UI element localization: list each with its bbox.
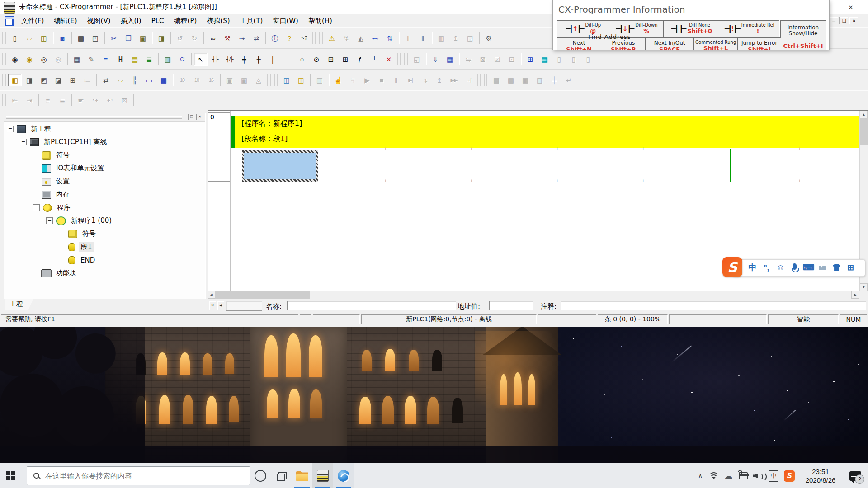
panel-restore-button[interactable]: ❐ — [188, 114, 195, 120]
partial-transfer-button[interactable]: ⊡ — [505, 53, 519, 66]
new-contact-button[interactable]: ┤├ — [208, 53, 222, 66]
tree-item[interactable]: 设置 — [4, 175, 205, 188]
scroll-down-button[interactable]: ▼ — [860, 283, 868, 291]
stop-button[interactable]: ■ — [375, 74, 388, 86]
compare-program-button[interactable]: ⇋ — [462, 53, 475, 66]
undo-button[interactable]: ↺ — [173, 32, 187, 44]
new-closed-coil-button[interactable]: ⊘ — [310, 53, 323, 66]
run-button[interactable]: ▶ — [360, 74, 374, 86]
taskbar-clock[interactable]: 23:51 2020/8/26 — [797, 463, 843, 488]
search-input[interactable] — [44, 471, 250, 481]
tree-item-label[interactable]: END — [79, 256, 97, 265]
monitor-dialog-button[interactable]: ▭ — [142, 74, 156, 86]
decimal-monitor-button[interactable]: 10 — [175, 74, 189, 86]
mdi-close-button[interactable]: ✕ — [849, 17, 858, 24]
menu-view[interactable]: 视图(V) — [82, 15, 116, 27]
section-comment-banner[interactable]: [程序名 : 新程序1] [段名称 : 段1] — [235, 116, 859, 148]
step-out-button[interactable]: ↥ — [433, 74, 446, 86]
taskbar-browser[interactable] — [333, 463, 354, 488]
toolbox-icon[interactable]: ⊞ — [844, 261, 857, 274]
menu-program[interactable]: 编程(P) — [169, 15, 202, 27]
connect-line-button[interactable]: └ — [368, 53, 381, 66]
io-comment-window-button[interactable]: ◱ — [410, 53, 424, 66]
microphone-icon[interactable] — [788, 261, 801, 274]
onedrive-cloud-icon[interactable]: ☁ — [721, 463, 736, 488]
toolbar-grip[interactable] — [267, 74, 271, 86]
grid-toggle-button[interactable]: ▦ — [70, 53, 84, 66]
window-search-button[interactable]: ◲ — [463, 32, 477, 44]
cancel-transfer-button[interactable]: ⊠ — [476, 53, 490, 66]
tree-item[interactable]: 功能块 — [4, 267, 205, 280]
open-button[interactable]: ▱ — [23, 32, 36, 44]
save-button[interactable]: ◫ — [37, 32, 51, 44]
tree-expander[interactable]: − — [33, 204, 40, 211]
or-closed-contact-button[interactable]: ╂ — [252, 53, 265, 66]
taskbar-search[interactable] — [27, 466, 250, 485]
toggle-workspace-button[interactable]: ◧ — [8, 74, 22, 86]
tree-item-label[interactable]: 程序 — [55, 203, 72, 212]
window-z-button[interactable]: ▯ — [552, 53, 566, 66]
new-closed-contact-button[interactable]: ┤/├ — [223, 53, 236, 66]
notification-center-button[interactable]: 2 — [843, 463, 868, 488]
watch-close-button[interactable]: ✕ — [209, 301, 216, 310]
paste-program-button[interactable]: ◨ — [155, 32, 168, 44]
indent-left-button[interactable]: ⇤ — [8, 94, 22, 107]
compile-button[interactable]: ⚠ — [325, 32, 339, 44]
carriage-return-button[interactable]: ↵ — [562, 74, 576, 86]
local-symbols-button[interactable]: ▱ — [113, 74, 127, 86]
hex-monitor-button[interactable]: 16 — [204, 74, 218, 86]
force-cancel-all-button[interactable]: ☒ — [118, 94, 131, 107]
selected-cell[interactable] — [242, 150, 318, 182]
volume-icon[interactable] — [750, 463, 766, 488]
toolbar-grip[interactable] — [2, 53, 6, 65]
zoom-reset-button[interactable]: ◎ — [52, 53, 65, 66]
taskbar-cx-programmer[interactable] — [312, 463, 333, 488]
monitor-clock-button[interactable]: ▣ — [237, 74, 251, 86]
panel-header[interactable]: ❐ ✕ — [4, 113, 205, 122]
context-help-button[interactable]: ↖? — [297, 32, 311, 44]
force-reset-button[interactable]: ↷ — [89, 94, 102, 107]
tree-item-label[interactable]: 符号 — [54, 150, 71, 160]
tree-item-label[interactable]: 段1 — [79, 242, 94, 252]
pause-monitor-button[interactable]: ‖ — [401, 32, 415, 44]
tree-item-label[interactable]: 新程序1 (00) — [69, 216, 113, 225]
view-breakpoints-button[interactable]: ▥ — [533, 74, 547, 86]
cut-button[interactable]: ✂ — [107, 32, 121, 44]
taskbar-file-explorer[interactable] — [292, 463, 312, 488]
address-reference-button[interactable]: ⊞ — [524, 53, 537, 66]
panel-grip[interactable] — [6, 116, 182, 119]
print-button[interactable]: ▤ — [74, 32, 88, 44]
emoji-icon[interactable]: ☺ — [774, 261, 787, 274]
vertical-line-button[interactable]: │ — [266, 53, 280, 66]
scrollbar-thumb[interactable] — [215, 291, 310, 299]
network-monitor-button[interactable]: ▥ — [313, 74, 326, 86]
tree-expander[interactable]: − — [20, 139, 27, 145]
start-button[interactable] — [0, 463, 22, 488]
redo-button[interactable]: ↻ — [188, 32, 201, 44]
toolbar-grip[interactable] — [2, 32, 6, 44]
continuous-step-button[interactable]: ▶▶ — [447, 74, 461, 86]
tree-item-label[interactable]: 符号 — [80, 229, 98, 239]
copy-button[interactable]: ❐ — [122, 32, 135, 44]
properties-button[interactable]: ≔ — [80, 74, 94, 86]
view-nested-button[interactable]: ≣ — [142, 53, 156, 66]
window-x-button[interactable]: ▯ — [567, 53, 580, 66]
new-coil-button[interactable]: ○ — [295, 53, 309, 66]
run-to-break-button[interactable]: →| — [462, 74, 475, 86]
tree-item-label[interactable]: 新工程 — [29, 124, 53, 134]
force-set-button[interactable]: ☛ — [74, 94, 88, 107]
transfer-options-button[interactable]: ⇅ — [383, 32, 396, 44]
rung-annotation-button[interactable]: ≡ — [99, 53, 113, 66]
horizontal-scrollbar[interactable]: ◀ ▶ — [208, 291, 867, 299]
simulator-settings-button[interactable]: ◫ — [294, 74, 308, 86]
replace-button[interactable]: ⚒ — [221, 32, 234, 44]
horizontal-line-button[interactable]: ─ — [281, 53, 294, 66]
work-online-button[interactable]: ⊷ — [368, 32, 382, 44]
clear-breakpoint-button[interactable]: ▤ — [504, 74, 518, 86]
mdi-restore-button[interactable]: ❐ — [839, 17, 848, 24]
toolbar-grip[interactable] — [312, 32, 316, 44]
address-ref-window-button[interactable]: ⊞ — [66, 74, 80, 86]
force-cancel-button[interactable]: ↶ — [103, 94, 117, 107]
rung-comment-list-button[interactable]: ≡ — [41, 94, 55, 107]
zh-mode-icon[interactable]: 中 — [746, 261, 759, 274]
